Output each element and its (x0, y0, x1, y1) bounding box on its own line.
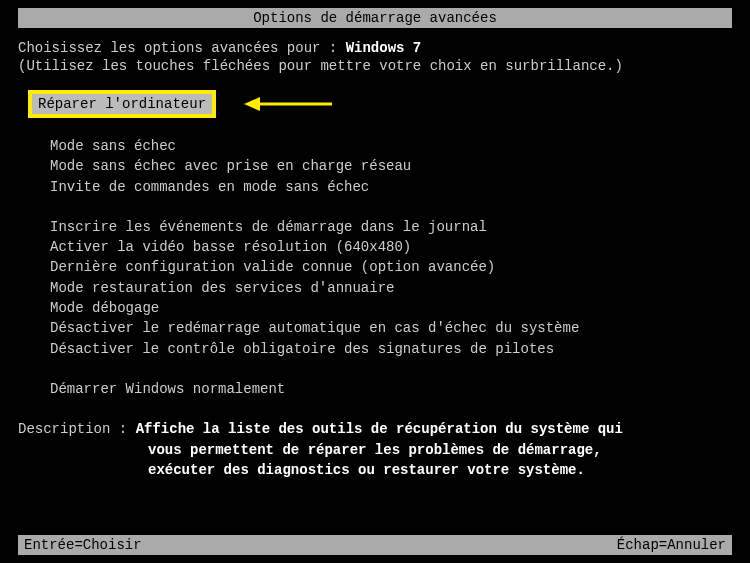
annotation-arrow (244, 94, 334, 114)
menu-item-safe-mode-network[interactable]: Mode sans échec avec prise en charge rés… (50, 156, 732, 176)
os-name: Windows 7 (346, 40, 422, 56)
menu-item-debug-mode[interactable]: Mode débogage (50, 298, 732, 318)
title-bar: Options de démarrage avancées (18, 8, 732, 28)
title-text: Options de démarrage avancées (253, 10, 497, 26)
menu-item-disable-auto-restart[interactable]: Désactiver le redémarrage automatique en… (50, 318, 732, 338)
content-area: Choisissez les options avancées pour : W… (0, 28, 750, 399)
description-label: Description : (18, 421, 136, 437)
menu-group-3: Démarrer Windows normalement (50, 379, 732, 399)
description-block: Description : Affiche la liste des outil… (0, 419, 750, 480)
hint-line: (Utilisez les touches fléchées pour mett… (18, 58, 732, 74)
footer-escape: Échap=Annuler (617, 537, 726, 553)
menu-item-ds-restore[interactable]: Mode restauration des services d'annuair… (50, 278, 732, 298)
description-line3: exécuter des diagnostics ou restaurer vo… (148, 460, 732, 480)
menu-group-1: Mode sans échec Mode sans échec avec pri… (50, 136, 732, 197)
footer-enter: Entrée=Choisir (24, 537, 142, 553)
footer-bar: Entrée=Choisir Échap=Annuler (18, 535, 732, 555)
intro-prefix: Choisissez les options avancées pour : (18, 40, 346, 56)
menu-group-2: Inscrire les événements de démarrage dan… (50, 217, 732, 359)
intro-line: Choisissez les options avancées pour : W… (18, 40, 732, 56)
description-line2: vous permettent de réparer les problèmes… (148, 440, 732, 460)
arrow-left-icon (244, 94, 334, 114)
menu-item-low-res-video[interactable]: Activer la vidéo basse résolution (640x4… (50, 237, 732, 257)
menu-item-start-normally[interactable]: Démarrer Windows normalement (50, 379, 732, 399)
description-line1: Affiche la liste des outils de récupérat… (136, 421, 623, 437)
svg-marker-1 (244, 97, 260, 111)
menu-item-last-known-good[interactable]: Dernière configuration valide connue (op… (50, 257, 732, 277)
menu-item-boot-logging[interactable]: Inscrire les événements de démarrage dan… (50, 217, 732, 237)
menu-item-safe-mode[interactable]: Mode sans échec (50, 136, 732, 156)
menu-item-disable-driver-sig[interactable]: Désactiver le contrôle obligatoire des s… (50, 339, 732, 359)
selected-row: Réparer l'ordinateur (18, 90, 732, 118)
menu-item-safe-mode-cmd[interactable]: Invite de commandes en mode sans échec (50, 177, 732, 197)
menu-item-repair[interactable]: Réparer l'ordinateur (28, 90, 216, 118)
